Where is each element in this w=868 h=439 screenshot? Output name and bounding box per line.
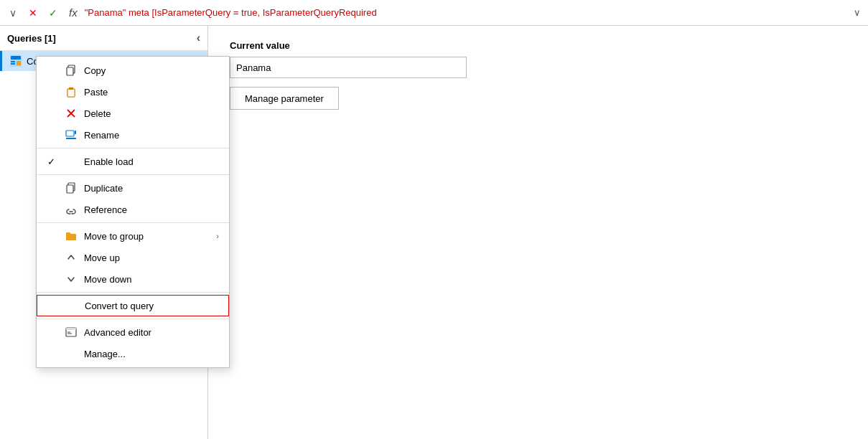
duplicate-icon: [64, 181, 78, 195]
svg-rect-2: [11, 61, 15, 62]
svg-rect-20: [66, 328, 76, 330]
menu-item-move-to-group[interactable]: Move to group ›: [37, 225, 229, 247]
svg-rect-6: [67, 67, 73, 75]
svg-rect-9: [67, 89, 75, 97]
formula-expand-icon[interactable]: ∨: [851, 7, 864, 18]
menu-copy-label: Copy: [84, 65, 219, 76]
formula-text: "Panama" meta [IsParameterQuery = true, …: [85, 7, 848, 18]
svg-rect-17: [67, 185, 73, 193]
current-value-input[interactable]: [230, 57, 467, 78]
sidebar-collapse-btn[interactable]: ‹: [197, 32, 200, 44]
menu-item-move-down[interactable]: Move down: [37, 268, 229, 290]
menu-item-enable-load[interactable]: ✓ Enable load: [37, 151, 229, 172]
delete-icon: [64, 106, 78, 121]
svg-rect-14: [66, 138, 76, 139]
svg-rect-15: [75, 131, 76, 134]
fx-icon: fx: [65, 6, 82, 19]
menu-advanced-editor-label: Advanced editor: [84, 327, 219, 338]
menu-item-paste[interactable]: Paste: [37, 81, 229, 103]
query-item-icon: [9, 55, 22, 67]
menu-item-advanced-editor[interactable]: Advanced editor: [37, 321, 229, 343]
folder-icon: [64, 229, 78, 243]
menu-item-manage[interactable]: Manage...: [37, 343, 229, 364]
move-down-icon: [64, 272, 78, 286]
menu-convert-label: Convert to query: [85, 301, 218, 311]
menu-move-down-label: Move down: [84, 274, 219, 285]
menu-manage-label: Manage...: [84, 349, 219, 359]
menu-rename-label: Rename: [84, 130, 219, 141]
sidebar-header: Queries [1] ‹: [0, 26, 207, 51]
menu-item-reference[interactable]: Reference: [37, 199, 229, 220]
menu-item-rename[interactable]: Rename: [37, 124, 229, 146]
advanced-editor-icon: [64, 325, 78, 339]
submenu-arrow: ›: [216, 232, 219, 240]
paste-icon: [64, 85, 78, 99]
menu-duplicate-label: Duplicate: [84, 183, 219, 194]
separator-2: [37, 174, 229, 175]
formula-confirm-btn[interactable]: ✓: [45, 4, 62, 22]
menu-delete-label: Delete: [84, 108, 219, 119]
menu-item-move-up[interactable]: Move up: [37, 247, 229, 268]
current-value-label: Current value: [230, 40, 846, 51]
reference-icon: [64, 202, 78, 217]
svg-rect-3: [11, 63, 15, 65]
separator-4: [37, 292, 229, 293]
rename-icon: [64, 128, 78, 142]
content-area: Current value Manage parameter: [208, 26, 868, 439]
formula-bar: ∨ ✕ ✓ fx "Panama" meta [IsParameterQuery…: [0, 0, 868, 26]
context-menu: Copy Paste: [36, 56, 230, 368]
formula-cancel-btn[interactable]: ✕: [24, 4, 42, 22]
svg-rect-13: [66, 131, 74, 136]
manage-parameter-button[interactable]: Manage parameter: [230, 87, 339, 110]
menu-item-delete[interactable]: Delete: [37, 103, 229, 124]
menu-reference-label: Reference: [84, 204, 219, 215]
sidebar: Queries [1] ‹ CountryName (Panama): [0, 26, 208, 439]
svg-rect-4: [17, 61, 21, 65]
menu-item-duplicate[interactable]: Duplicate: [37, 177, 229, 199]
menu-paste-label: Paste: [84, 87, 219, 98]
menu-item-convert-to-query[interactable]: Convert to query: [37, 295, 229, 316]
separator-1: [37, 148, 229, 148]
main-area: Queries [1] ‹ CountryName (Panama): [0, 26, 868, 439]
svg-rect-10: [69, 88, 73, 90]
separator-3: [37, 222, 229, 223]
menu-move-to-group-label: Move to group: [84, 231, 210, 242]
formula-bar-chevron-left[interactable]: ∨: [4, 4, 22, 22]
separator-5: [37, 318, 229, 319]
enable-load-check: ✓: [44, 156, 58, 167]
copy-icon: [64, 63, 78, 77]
svg-rect-1: [11, 56, 21, 60]
menu-enable-load-label: Enable load: [84, 156, 219, 167]
move-up-icon: [64, 250, 78, 265]
sidebar-title: Queries [1]: [7, 33, 56, 44]
menu-item-copy[interactable]: Copy: [37, 60, 229, 81]
menu-move-up-label: Move up: [84, 252, 219, 263]
